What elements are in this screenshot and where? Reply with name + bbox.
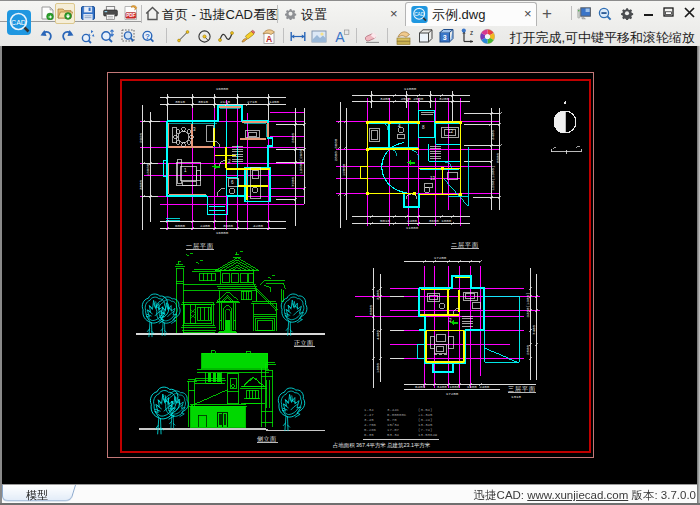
svg-text:1200(1300): 1200(1300) [491,165,495,190]
svg-text:一层平面: 一层平面 [186,242,214,250]
svg-text:(7.74): (7.74) [418,428,432,432]
svg-text:6.35: 6.35 [364,433,374,437]
svg-text:13.345: 13.345 [418,423,433,427]
svg-text:12: 12 [448,129,454,134]
svg-text:11000: 11000 [404,87,417,91]
svg-text:7400: 7400 [532,324,536,335]
svg-text:正立面: 正立面 [294,339,314,347]
svg-text:16000: 16000 [216,231,229,235]
svg-text:3600 1000: 3600 1000 [429,219,452,223]
svg-text:1: 1 [184,168,187,173]
svg-text:PDF: PDF [126,13,135,18]
svg-text:2800 3600: 2800 3600 [334,138,338,161]
svg-text:4: 4 [398,124,401,129]
svg-text:13: 13 [430,176,436,181]
svg-text:17200: 17200 [434,256,447,260]
svg-text:5.286: 5.286 [364,428,377,432]
svg-text:(3.54): (3.54) [418,408,432,412]
svg-text:2500: 2500 [526,344,530,355]
svg-text:A: A [335,29,345,45]
svg-text:13.53649: 13.53649 [418,433,438,437]
svg-text:二层平面: 二层平面 [451,241,479,249]
svg-text:CAD: CAD [414,12,425,17]
svg-text:占地面积 367.4平方米 总建筑23.1平方米: 占地面积 367.4平方米 总建筑23.1平方米 [333,442,431,449]
svg-text:5000: 5000 [369,304,373,315]
svg-text:?: ? [145,32,150,41]
svg-text:2110: 2110 [220,100,231,104]
svg-text:3: 3 [193,127,196,132]
svg-text:3400 1000: 3400 1000 [437,385,460,389]
svg-text:15/34: 15/34 [387,423,400,427]
svg-text:12000: 12000 [342,163,346,176]
svg-text:CAD: CAD [11,19,26,26]
svg-text:5.70: 5.70 [387,418,397,422]
svg-text:3600: 3600 [139,179,143,190]
svg-text:6000: 6000 [175,224,186,228]
svg-text:2.47: 2.47 [364,413,374,417]
svg-text:3400: 3400 [491,129,495,140]
svg-text:53.34: 53.34 [387,433,400,437]
svg-text:三层平面: 三层平面 [508,385,536,393]
svg-text:2400: 2400 [407,219,418,223]
svg-text:1450: 1450 [269,100,280,104]
svg-text:3010: 3010 [175,100,186,104]
svg-text:11000: 11000 [406,226,419,230]
svg-text:3: 3 [443,34,447,41]
svg-text:5010: 5010 [380,219,391,223]
svg-text:13000: 13000 [146,163,150,176]
svg-text:7200: 7200 [291,176,295,187]
svg-text:16000: 16000 [216,87,229,91]
svg-text:4200: 4200 [253,224,264,228]
svg-text:2920: 2920 [139,132,143,143]
svg-text:1.34: 1.34 [364,408,374,412]
svg-text:3400: 3400 [380,97,391,101]
svg-text:8: 8 [422,125,425,130]
svg-text:z: z [470,29,473,36]
svg-text:1318: 1318 [511,395,522,399]
svg-text:4.756: 4.756 [364,423,377,427]
svg-text:(3.24): (3.24) [418,418,432,422]
svg-text:3600: 3600 [223,224,234,228]
svg-text:2400: 2400 [200,224,211,228]
svg-text:1800: 1800 [376,362,380,373]
svg-text:6.00000C: 6.00000C [387,413,407,417]
svg-text:2800: 2800 [291,132,295,143]
svg-text:17200: 17200 [446,392,459,396]
svg-text:3.45: 3.45 [364,418,374,422]
svg-text:侧立面: 侧立面 [257,435,277,443]
svg-text:+1.345: +1.345 [418,413,433,417]
svg-text:6400: 6400 [415,385,426,389]
svg-text:1600 2400: 1600 2400 [467,385,490,389]
svg-text:17.07: 17.07 [387,428,400,432]
svg-text:A: A [266,34,272,44]
svg-text:3010: 3010 [198,100,209,104]
svg-text:3400: 3400 [376,289,380,300]
svg-text:2500 2000: 2500 2000 [401,97,424,101]
svg-text:3200: 3200 [439,97,450,101]
svg-text:8000: 8000 [496,152,500,163]
svg-text:6: 6 [231,180,234,185]
svg-text:3.44C: 3.44C [387,408,400,412]
